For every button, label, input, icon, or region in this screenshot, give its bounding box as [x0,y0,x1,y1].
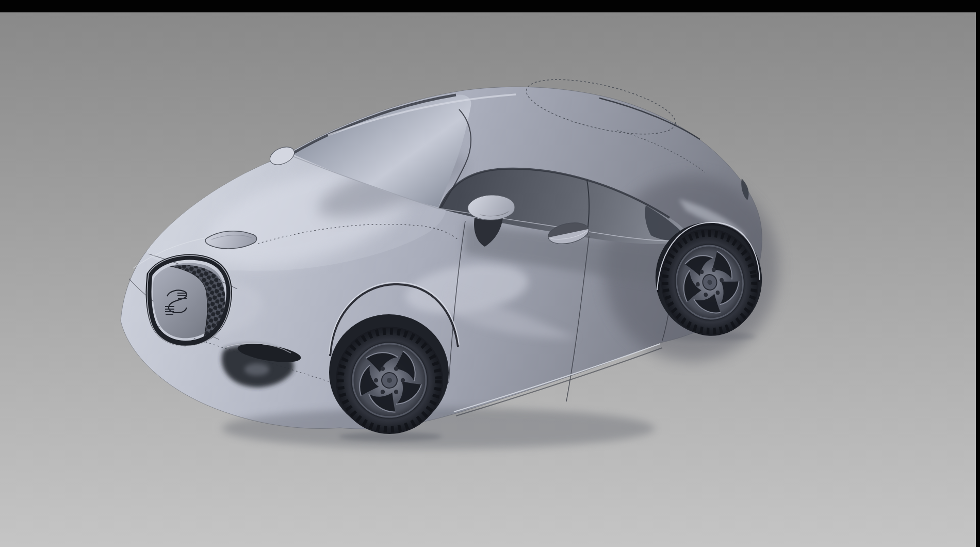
app-window [0,0,980,547]
lower-body-shading [222,408,655,449]
right-letterbox-strip [976,0,980,547]
viewport-3d[interactable] [0,0,980,547]
intake-reflection [244,363,269,376]
front-wheel [336,327,443,434]
top-letterbox-bar [0,0,980,12]
